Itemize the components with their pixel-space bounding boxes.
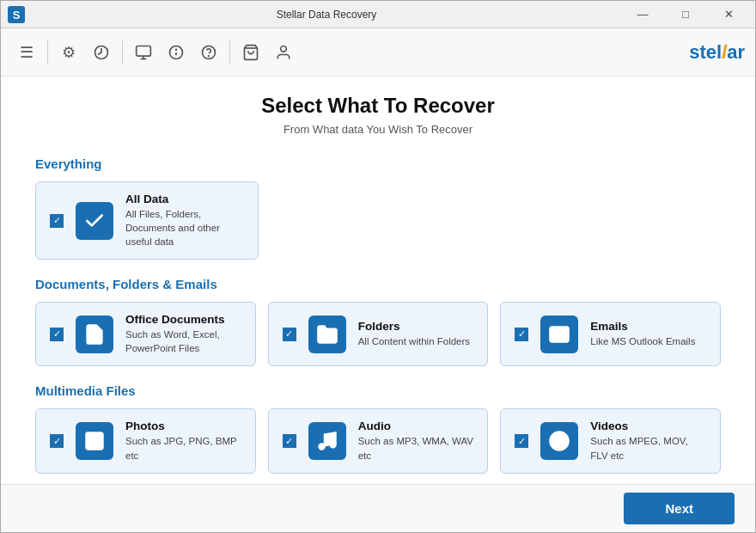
office-documents-text: Office Documents Such as Word, Excel, Po… <box>125 313 241 355</box>
monitor-icon[interactable] <box>128 37 159 68</box>
emails-icon <box>540 316 578 353</box>
main-content: Select What To Recover From What data Yo… <box>1 77 755 484</box>
checkbox-folders[interactable] <box>283 328 296 341</box>
all-data-title: All Data <box>125 193 244 205</box>
audio-desc: Such as MP3, WMA, WAV etc <box>358 434 474 462</box>
folders-title: Folders <box>358 320 470 333</box>
folders-desc: All Content within Folders <box>358 334 470 348</box>
card-videos[interactable]: Videos Such as MPEG, MOV, FLV etc <box>500 408 721 473</box>
folders-text: Folders All Content within Folders <box>358 320 470 348</box>
emails-desc: Like MS Outlook Emails <box>590 334 695 348</box>
bottom-bar: Next <box>1 484 755 532</box>
svg-point-19 <box>330 442 336 448</box>
card-emails[interactable]: Emails Like MS Outlook Emails <box>500 302 721 366</box>
photos-icon <box>76 422 113 460</box>
window-title: Stellar Data Recovery <box>30 9 623 21</box>
office-documents-title: Office Documents <box>125 313 241 326</box>
card-photos[interactable]: Photos Such as JPG, PNG, BMP etc <box>35 408 256 473</box>
menu-icon[interactable]: ☰ <box>11 37 42 68</box>
office-documents-icon <box>76 316 113 353</box>
separator-1 <box>47 40 48 64</box>
section-everything-label: Everything <box>35 156 721 171</box>
videos-desc: Such as MPEG, MOV, FLV etc <box>590 434 706 462</box>
history-icon[interactable] <box>86 37 117 68</box>
audio-text: Audio Such as MP3, WMA, WAV etc <box>358 420 474 462</box>
all-data-desc: All Files, Folders, Documents and other … <box>125 207 244 248</box>
card-folders[interactable]: Folders All Content within Folders <box>268 302 489 366</box>
next-button[interactable]: Next <box>624 493 735 524</box>
brand-logo: stellar <box>689 41 745 64</box>
videos-text: Videos Such as MPEG, MOV, FLV etc <box>590 420 706 462</box>
separator-2 <box>122 40 123 64</box>
settings-icon[interactable]: ⚙ <box>53 37 84 68</box>
audio-icon <box>308 422 346 460</box>
toolbar: ☰ ⚙ <box>1 28 755 77</box>
app-icon: S <box>8 6 25 23</box>
svg-point-12 <box>281 46 287 52</box>
videos-icon <box>540 422 578 460</box>
section-everything-cards: All Data All Files, Folders, Documents a… <box>35 181 721 260</box>
emails-title: Emails <box>590 320 695 333</box>
svg-point-17 <box>90 437 93 439</box>
office-documents-desc: Such as Word, Excel, PowerPoint Files <box>125 328 241 355</box>
page-subtitle: From What data You Wish To Recover <box>35 123 721 136</box>
checkbox-emails[interactable] <box>515 328 528 341</box>
svg-text:S: S <box>13 9 21 21</box>
section-multimedia-label: Multimedia Files <box>35 383 721 398</box>
photos-desc: Such as JPG, PNG, BMP etc <box>125 434 241 462</box>
info-icon[interactable] <box>161 37 192 68</box>
cart-icon[interactable] <box>235 37 266 68</box>
checkbox-audio[interactable] <box>283 434 296 448</box>
svg-point-18 <box>319 444 325 450</box>
card-all-data[interactable]: All Data All Files, Folders, Documents a… <box>35 181 259 260</box>
section-multimedia-cards: Photos Such as JPG, PNG, BMP etc Audio S… <box>35 408 721 473</box>
checkbox-office-documents[interactable] <box>50 328 64 341</box>
checkbox-photos[interactable] <box>50 434 64 448</box>
user-icon[interactable] <box>268 37 299 68</box>
separator-3 <box>229 40 230 64</box>
window-controls: — □ ✕ <box>623 1 748 28</box>
emails-text: Emails Like MS Outlook Emails <box>590 320 695 348</box>
maximize-button[interactable]: □ <box>666 1 705 28</box>
svg-rect-3 <box>137 46 151 56</box>
photos-title: Photos <box>125 420 241 432</box>
section-documents-label: Documents, Folders & Emails <box>35 277 721 291</box>
minimize-button[interactable]: — <box>623 1 662 28</box>
videos-title: Videos <box>590 420 706 432</box>
help-icon[interactable] <box>193 37 224 68</box>
card-office-documents[interactable]: Office Documents Such as Word, Excel, Po… <box>35 302 256 366</box>
section-documents-cards: Office Documents Such as Word, Excel, Po… <box>35 302 721 366</box>
close-button[interactable]: ✕ <box>709 1 748 28</box>
photos-text: Photos Such as JPG, PNG, BMP etc <box>125 420 241 462</box>
audio-title: Audio <box>358 420 474 432</box>
folders-icon <box>308 316 346 353</box>
card-audio[interactable]: Audio Such as MP3, WMA, WAV etc <box>268 408 489 473</box>
page-title: Select What To Recover <box>35 94 721 118</box>
all-data-icon <box>76 202 113 240</box>
title-bar: S Stellar Data Recovery — □ ✕ <box>1 1 755 28</box>
all-data-text: All Data All Files, Folders, Documents a… <box>125 193 244 248</box>
checkbox-videos[interactable] <box>515 434 528 448</box>
svg-point-10 <box>209 55 210 56</box>
checkbox-all-data[interactable] <box>50 214 64 228</box>
